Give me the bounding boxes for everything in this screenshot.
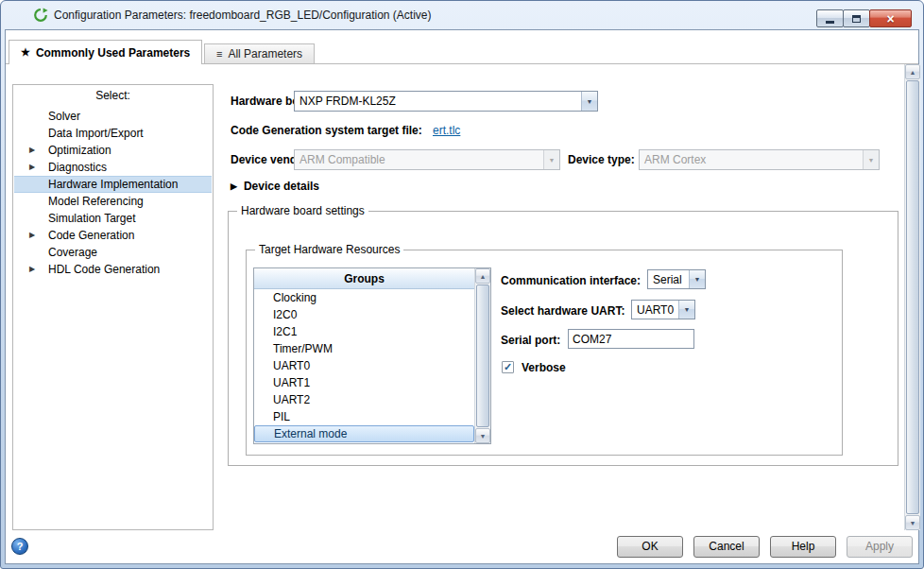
device-vendor-select: ARM Compatible ▼ bbox=[294, 149, 560, 170]
scroll-down-button[interactable]: ▼ bbox=[905, 515, 920, 530]
communication-interface-select[interactable]: Serial ▼ bbox=[647, 269, 706, 289]
ok-button[interactable]: OK bbox=[617, 536, 683, 558]
device-vendor-value: ARM Compatible bbox=[295, 150, 543, 169]
close-button[interactable]: × bbox=[869, 9, 912, 27]
groups-list-item-clocking[interactable]: Clocking bbox=[254, 289, 474, 306]
groups-list-item-uart1[interactable]: UART1 bbox=[254, 374, 474, 391]
serial-port-input[interactable] bbox=[568, 329, 694, 349]
sidebar-item-code-generation[interactable]: ▶ Code Generation bbox=[14, 227, 212, 244]
groups-list-item-uart0[interactable]: UART0 bbox=[254, 357, 474, 374]
groups-list-scrollbar[interactable]: ▲ ▼ bbox=[474, 268, 490, 443]
scroll-down-button[interactable]: ▼ bbox=[475, 428, 490, 443]
configuration-parameters-window: Configuration Parameters: freedomboard_R… bbox=[0, 0, 924, 569]
minimize-button[interactable] bbox=[816, 9, 844, 27]
communication-interface-label: Communication interface: bbox=[501, 274, 641, 287]
sidebar-item-hardware-implementation[interactable]: Hardware Implementation bbox=[14, 176, 212, 193]
arrow-down-icon: ▼ bbox=[480, 433, 487, 440]
sidebar-item-label: Optimization bbox=[48, 144, 111, 157]
groups-list-item-pil[interactable]: PIL bbox=[254, 408, 474, 425]
groups-list-item-external-mode[interactable]: External mode bbox=[254, 425, 474, 442]
tab-label: All Parameters bbox=[228, 47, 302, 60]
serial-port-label: Serial port: bbox=[501, 334, 560, 347]
groups-list-items: Clocking I2C0 I2C1 Timer/PWM UART0 UART1… bbox=[254, 289, 474, 443]
sidebar-item-label: Model Referencing bbox=[48, 195, 144, 208]
maximize-icon bbox=[852, 15, 861, 23]
help-icon[interactable]: ? bbox=[11, 538, 28, 555]
chevron-down-icon: ▼ bbox=[863, 150, 879, 169]
sidebar-item-label: Simulation Target bbox=[48, 212, 136, 225]
groups-list-item-timer-pwm[interactable]: Timer/PWM bbox=[254, 340, 474, 357]
groups-item-label: Clocking bbox=[273, 291, 317, 304]
hardware-uart-select[interactable]: UART0 ▼ bbox=[631, 300, 695, 319]
scrollbar-thumb[interactable] bbox=[476, 284, 489, 427]
tab-commonly-used-parameters[interactable]: ★ Commonly Used Parameters bbox=[9, 40, 202, 64]
scroll-up-button[interactable]: ▲ bbox=[475, 268, 490, 284]
groups-list-item-i2c1[interactable]: I2C1 bbox=[254, 323, 474, 340]
sidebar-item-label: Data Import/Export bbox=[48, 127, 144, 140]
select-tree-panel: Select: Solver Data Import/Export ▶ Opti… bbox=[12, 84, 214, 530]
sidebar-item-solver[interactable]: Solver bbox=[14, 108, 212, 125]
minimize-icon bbox=[826, 21, 834, 24]
hardware-uart-label: Select hardware UART: bbox=[501, 304, 625, 318]
sidebar-item-label: HDL Code Generation bbox=[48, 263, 160, 276]
sidebar-item-optimization[interactable]: ▶ Optimization bbox=[14, 142, 212, 159]
apply-button: Apply bbox=[847, 536, 913, 558]
question-mark-icon: ? bbox=[17, 541, 24, 552]
help-button[interactable]: Help bbox=[770, 536, 836, 558]
expand-icon[interactable]: ▶ bbox=[29, 159, 35, 176]
groups-item-label: I2C0 bbox=[273, 308, 297, 321]
scroll-up-button[interactable]: ▲ bbox=[905, 64, 920, 79]
sidebar-item-hdl-code-generation[interactable]: ▶ HDL Code Generation bbox=[14, 261, 212, 278]
chevron-down-icon: ▼ bbox=[581, 92, 597, 111]
device-type-value: ARM Cortex bbox=[640, 150, 863, 169]
sidebar-item-simulation-target[interactable]: Simulation Target bbox=[14, 210, 212, 227]
groups-list-item-i2c0[interactable]: I2C0 bbox=[254, 306, 474, 323]
sidebar-item-label: Coverage bbox=[48, 246, 97, 259]
target-hardware-resources-title: Target Hardware Resources bbox=[255, 243, 403, 256]
arrow-up-icon: ▲ bbox=[480, 273, 487, 280]
cancel-button[interactable]: Cancel bbox=[693, 536, 760, 558]
expand-icon[interactable]: ▶ bbox=[29, 261, 35, 278]
titlebar[interactable]: Configuration Parameters: freedomboard_R… bbox=[1, 1, 923, 29]
arrow-up-icon: ▲ bbox=[910, 69, 916, 76]
sidebar-item-data-import-export[interactable]: Data Import/Export bbox=[14, 125, 212, 142]
tab-label: Commonly Used Parameters bbox=[36, 46, 190, 60]
system-target-file-label: Code Generation system target file: bbox=[231, 124, 422, 137]
sidebar-item-label: Solver bbox=[48, 110, 80, 123]
expand-icon[interactable]: ▶ bbox=[29, 227, 35, 244]
expand-icon[interactable]: ▶ bbox=[29, 142, 35, 159]
star-icon: ★ bbox=[21, 46, 30, 59]
groups-item-label: UART0 bbox=[273, 359, 310, 372]
chevron-down-icon: ▼ bbox=[543, 150, 559, 169]
hardware-board-settings-title: Hardware board settings bbox=[237, 204, 368, 217]
groups-list-item-uart2[interactable]: UART2 bbox=[254, 391, 474, 408]
dialog-scrollbar[interactable]: ▲ ▼ bbox=[904, 64, 920, 530]
sidebar-item-label: Code Generation bbox=[48, 229, 134, 242]
close-icon: × bbox=[886, 12, 894, 26]
simulink-icon bbox=[33, 8, 48, 23]
device-details-toggle[interactable]: ▶ Device details bbox=[231, 180, 319, 193]
tab-all-parameters[interactable]: ≡ All Parameters bbox=[204, 43, 315, 63]
window-controls: × bbox=[817, 9, 912, 27]
sidebar-item-coverage[interactable]: Coverage bbox=[14, 244, 212, 261]
sidebar-item-model-referencing[interactable]: Model Referencing bbox=[14, 193, 212, 210]
arrow-down-icon: ▼ bbox=[910, 520, 916, 526]
system-target-file-link[interactable]: ert.tlc bbox=[433, 124, 460, 137]
sidebar-item-label: Diagnostics bbox=[48, 161, 107, 174]
dialog-body: ★ Commonly Used Parameters ≡ All Paramet… bbox=[5, 29, 919, 564]
maximize-button[interactable] bbox=[843, 9, 870, 27]
groups-list: Groups Clocking I2C0 I2C1 Timer/PWM UART… bbox=[253, 267, 491, 444]
select-tree-header: Select: bbox=[13, 85, 213, 106]
device-details-label: Device details bbox=[244, 180, 319, 193]
verbose-checkbox[interactable]: ✓ bbox=[502, 361, 514, 373]
groups-list-header: Groups bbox=[254, 268, 474, 289]
hardware-board-settings-group: Hardware board settings Target Hardware … bbox=[228, 211, 898, 466]
scrollbar-thumb[interactable] bbox=[906, 80, 919, 514]
chevron-down-icon: ▼ bbox=[689, 270, 705, 288]
hardware-board-value: NXP FRDM-KL25Z bbox=[295, 92, 581, 111]
groups-item-label: I2C1 bbox=[273, 325, 297, 338]
sidebar-item-diagnostics[interactable]: ▶ Diagnostics bbox=[14, 159, 212, 176]
select-tree: Solver Data Import/Export ▶ Optimization… bbox=[14, 108, 212, 278]
verbose-label: Verbose bbox=[522, 361, 566, 374]
hardware-board-select[interactable]: NXP FRDM-KL25Z ▼ bbox=[294, 91, 598, 112]
